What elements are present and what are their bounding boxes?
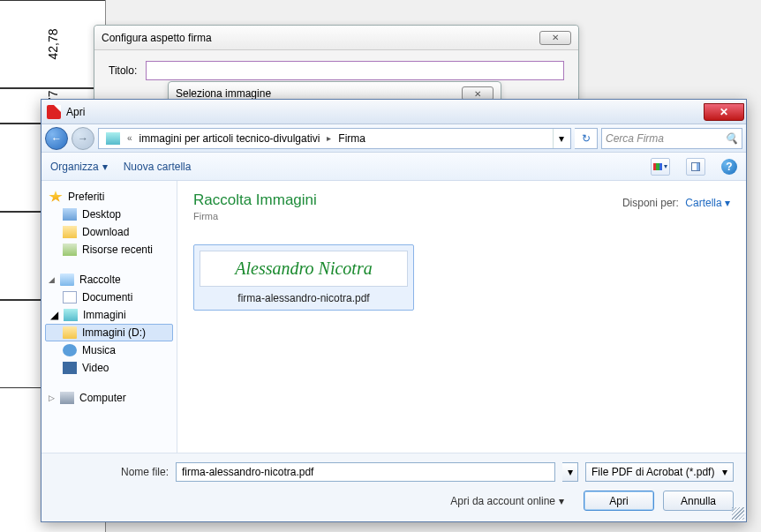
collapse-icon: ◢ xyxy=(49,275,55,284)
filename-label: Nome file: xyxy=(54,466,169,478)
file-list-area[interactable]: Raccolta Immagini Firma Disponi per: Car… xyxy=(177,181,746,453)
breadcrumb-dropdown[interactable]: ▾ xyxy=(553,129,569,148)
search-placeholder: Cerca Firma xyxy=(606,132,664,145)
sidebar-group-label: Raccolte xyxy=(79,273,121,286)
chevron-down-icon: ▾ xyxy=(102,161,108,173)
download-icon xyxy=(63,226,77,238)
sidebar-item-desktop[interactable]: Desktop xyxy=(45,206,173,223)
sidebar-item-recent[interactable]: Risorse recenti xyxy=(45,241,173,259)
open-online-account-dropdown[interactable]: Apri da account online▾ xyxy=(450,495,564,507)
sidebar-group-computer[interactable]: ▷Computer xyxy=(45,389,173,407)
breadcrumb-label: immagini per articoli tecnico-divulgativ… xyxy=(139,132,320,145)
sidebar-item-music[interactable]: Musica xyxy=(45,341,173,359)
chevron-down-icon: ▾ xyxy=(559,495,564,507)
chevron-down-icon: ▾ xyxy=(722,466,727,478)
documents-icon xyxy=(63,291,77,303)
sidebar-group-libraries[interactable]: ◢Raccolte xyxy=(45,271,173,288)
pdf-icon xyxy=(47,105,61,119)
toolbar: Organizza ▾ Nuova cartella ▾ ? xyxy=(41,153,746,181)
sidebar-item-label: Documenti xyxy=(82,291,132,303)
cancel-button-label: Annulla xyxy=(681,495,716,507)
titolo-input[interactable] xyxy=(146,61,564,80)
sidebar-item-label: Musica xyxy=(82,344,116,356)
help-button[interactable]: ? xyxy=(721,159,737,175)
sidebar-group-label: Preferiti xyxy=(68,191,104,203)
sidebar-item-images[interactable]: ◢Immagini xyxy=(45,306,173,324)
breadcrumb[interactable]: « immagini per articoli tecnico-divulgat… xyxy=(98,128,571,149)
organize-label: Organizza xyxy=(50,161,99,173)
filename-input[interactable] xyxy=(176,462,555,482)
preview-pane-button[interactable] xyxy=(686,158,705,176)
breadcrumb-label: Firma xyxy=(338,132,365,145)
sidebar-item-video[interactable]: Video xyxy=(45,359,173,377)
library-subheading: Firma xyxy=(193,211,730,221)
arrange-by-dropdown[interactable]: Cartella ▾ xyxy=(685,197,730,209)
arrange-by: Disponi per: Cartella ▾ xyxy=(622,197,730,209)
collapse-icon: ◢ xyxy=(50,309,58,321)
open-button-label: Apri xyxy=(609,495,628,507)
breadcrumb-segment[interactable]: Firma xyxy=(333,129,371,148)
sidebar-item-label: Download xyxy=(82,226,129,238)
organize-button[interactable]: Organizza ▾ xyxy=(50,161,108,173)
bg-cell: 42,78 xyxy=(45,28,59,59)
refresh-button[interactable]: ↻ xyxy=(575,128,598,149)
sidebar: Preferiti Desktop Download Risorse recen… xyxy=(41,181,177,453)
pictures-icon xyxy=(64,309,78,321)
star-icon xyxy=(49,191,63,203)
breadcrumb-segment[interactable]: immagini per articoli tecnico-divulgativ… xyxy=(134,129,326,148)
chevron-down-icon: ▾ xyxy=(664,162,667,170)
dialog-footer: Nome file: ▾ File PDF di Acrobat (*.pdf)… xyxy=(41,453,746,521)
sidebar-group-label: Computer xyxy=(79,392,126,404)
file-thumbnail: Alessandro Nicotra xyxy=(200,251,408,287)
nav-forward-button[interactable]: → xyxy=(72,127,94,150)
libraries-icon xyxy=(60,273,74,286)
search-icon: 🔍 xyxy=(725,132,738,145)
file-name: firma-alessandro-nicotra.pdf xyxy=(200,292,408,304)
online-label: Apri da account online xyxy=(450,495,555,507)
arrange-label: Disponi per: xyxy=(622,197,679,209)
sidebar-item-label: Video xyxy=(82,362,109,374)
desktop-icon xyxy=(63,208,77,221)
config-dialog-title: Configura aspetto firma xyxy=(102,32,212,44)
open-dialog-title: Apri xyxy=(66,106,85,118)
computer-icon xyxy=(60,392,74,404)
cancel-button[interactable]: Annulla xyxy=(663,491,734,511)
preview-pane-icon xyxy=(691,162,700,171)
sidebar-item-label: Risorse recenti xyxy=(82,244,153,256)
sidebar-item-label: Immagini (D:) xyxy=(82,326,146,339)
filename-dropdown[interactable]: ▾ xyxy=(562,462,578,482)
chevron-right-icon: « xyxy=(127,133,132,143)
select-image-title: Seleziona immagine xyxy=(176,87,271,100)
chevron-right-icon: ▸ xyxy=(327,133,331,143)
folder-icon xyxy=(63,326,77,339)
config-dialog-close-button[interactable]: ✕ xyxy=(539,31,571,45)
nav-back-button[interactable]: ← xyxy=(45,127,68,150)
view-options-button[interactable]: ▾ xyxy=(651,158,670,176)
file-item[interactable]: Alessandro Nicotra firma-alessandro-nico… xyxy=(193,244,414,311)
open-button[interactable]: Apri xyxy=(584,491,654,511)
pictures-icon xyxy=(106,132,120,145)
resize-grip[interactable] xyxy=(732,507,744,520)
sidebar-item-download[interactable]: Download xyxy=(45,223,173,241)
recent-icon xyxy=(63,244,77,256)
sidebar-item-images-d[interactable]: Immagini (D:) xyxy=(45,324,173,341)
expand-icon: ▷ xyxy=(49,393,55,402)
new-folder-label: Nuova cartella xyxy=(124,161,192,173)
open-dialog-titlebar[interactable]: Apri ✕ xyxy=(41,100,746,124)
new-folder-button[interactable]: Nuova cartella xyxy=(124,161,192,173)
filter-value: File PDF di Acrobat (*.pdf) xyxy=(591,466,714,478)
sidebar-item-label: Desktop xyxy=(82,208,121,221)
sidebar-group-favorites[interactable]: Preferiti xyxy=(45,188,173,206)
music-icon xyxy=(63,344,77,356)
view-icon xyxy=(653,163,662,170)
file-type-filter[interactable]: File PDF di Acrobat (*.pdf) ▾ xyxy=(585,462,734,482)
open-file-dialog: Apri ✕ ← → « immagini per articoli tecni… xyxy=(41,99,747,522)
sidebar-item-label: Immagini xyxy=(83,309,126,321)
nav-bar: ← → « immagini per articoli tecnico-divu… xyxy=(41,124,746,153)
search-input[interactable]: Cerca Firma 🔍 xyxy=(601,128,742,149)
arrange-value: Cartella xyxy=(685,197,721,209)
open-dialog-close-button[interactable]: ✕ xyxy=(704,103,744,121)
video-icon xyxy=(63,362,77,374)
titolo-label: Titolo: xyxy=(109,64,137,77)
sidebar-item-documents[interactable]: Documenti xyxy=(45,288,173,306)
